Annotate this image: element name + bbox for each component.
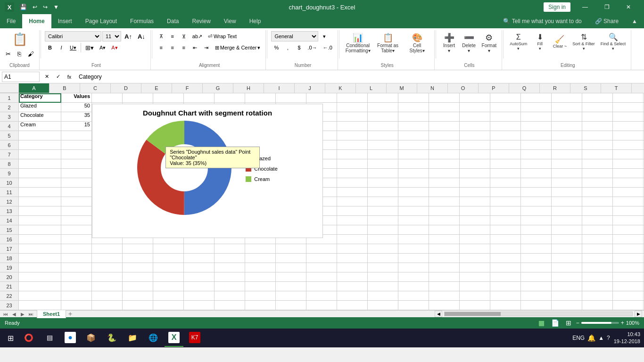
cell-T16[interactable] bbox=[613, 235, 644, 244]
cell-P3[interactable] bbox=[490, 112, 521, 122]
cell-H22[interactable] bbox=[245, 291, 276, 301]
cell-S1[interactable] bbox=[582, 93, 613, 103]
align-middle-button[interactable]: ≡ bbox=[167, 31, 178, 41]
cell-C19[interactable] bbox=[92, 263, 123, 272]
cell-Q2[interactable] bbox=[521, 103, 552, 112]
cell-L19[interactable] bbox=[368, 263, 398, 272]
cell-F23[interactable] bbox=[184, 301, 215, 310]
cell-N4[interactable] bbox=[429, 122, 460, 131]
cell-A5[interactable] bbox=[19, 131, 61, 140]
cell-A6[interactable] bbox=[19, 140, 61, 150]
cell-P8[interactable] bbox=[490, 159, 521, 169]
cell-P10[interactable] bbox=[490, 178, 521, 188]
cell-K7[interactable] bbox=[337, 150, 368, 159]
cell-J1[interactable] bbox=[306, 93, 337, 103]
taskbar-dropbox[interactable]: 📦 bbox=[82, 329, 100, 347]
collapse-ribbon-button[interactable]: ▲ bbox=[625, 14, 644, 28]
cell-G20[interactable] bbox=[215, 272, 245, 282]
insert-function-button[interactable]: fx bbox=[64, 72, 74, 82]
cell-O1[interactable] bbox=[460, 93, 490, 103]
conditional-formatting-button[interactable]: 📊 ConditionalFormatting▾ bbox=[343, 31, 373, 55]
cell-A1[interactable]: Category bbox=[19, 93, 61, 103]
cell-L15[interactable] bbox=[368, 225, 398, 235]
tray-chevron-button[interactable]: ▲ bbox=[598, 335, 604, 341]
cell-B19[interactable] bbox=[61, 263, 92, 272]
cell-M17[interactable] bbox=[398, 244, 429, 254]
cell-L20[interactable] bbox=[368, 272, 398, 282]
cell-O13[interactable] bbox=[460, 206, 490, 216]
cell-K3[interactable] bbox=[337, 112, 368, 122]
cell-G23[interactable] bbox=[215, 301, 245, 310]
cell-T23[interactable] bbox=[613, 301, 644, 310]
sign-in-button[interactable]: Sign in bbox=[544, 2, 570, 12]
notification-button[interactable]: 🔔 bbox=[587, 334, 595, 342]
comma-button[interactable]: , bbox=[282, 42, 293, 53]
cell-E17[interactable] bbox=[153, 244, 184, 254]
cell-H20[interactable] bbox=[245, 272, 276, 282]
cell-B22[interactable] bbox=[61, 291, 92, 301]
cell-Q11[interactable] bbox=[521, 188, 552, 197]
cell-R16[interactable] bbox=[552, 235, 582, 244]
close-button[interactable]: ✕ bbox=[618, 0, 639, 14]
find-select-button[interactable]: 🔍 Find & Select ▾ bbox=[598, 31, 628, 52]
cell-M5[interactable] bbox=[398, 131, 429, 140]
cell-L2[interactable] bbox=[368, 103, 398, 112]
col-header-D[interactable]: D bbox=[111, 83, 141, 93]
cell-R5[interactable] bbox=[552, 131, 582, 140]
cell-S8[interactable] bbox=[582, 159, 613, 169]
cell-L1[interactable] bbox=[368, 93, 398, 103]
cell-M4[interactable] bbox=[398, 122, 429, 131]
cell-S9[interactable] bbox=[582, 169, 613, 178]
cell-L17[interactable] bbox=[368, 244, 398, 254]
cell-G21[interactable] bbox=[215, 282, 245, 291]
cell-P18[interactable] bbox=[490, 254, 521, 263]
cell-O11[interactable] bbox=[460, 188, 490, 197]
cell-T15[interactable] bbox=[613, 225, 644, 235]
cell-I19[interactable] bbox=[276, 263, 306, 272]
maximize-button[interactable]: ❐ bbox=[596, 0, 618, 14]
horizontal-scrollbar[interactable]: ◀ ▶ bbox=[340, 311, 642, 317]
taskbar-k7[interactable]: K7 bbox=[185, 329, 204, 347]
cell-A16[interactable] bbox=[19, 235, 61, 244]
merge-center-button[interactable]: ⊞ Merge & Center ▾ bbox=[213, 44, 263, 52]
row-number-22[interactable]: 22 bbox=[0, 291, 18, 301]
cell-J23[interactable] bbox=[306, 301, 337, 310]
cell-L13[interactable] bbox=[368, 206, 398, 216]
tab-file[interactable]: File bbox=[0, 14, 22, 28]
cell-R17[interactable] bbox=[552, 244, 582, 254]
cell-T9[interactable] bbox=[613, 169, 644, 178]
cell-N12[interactable] bbox=[429, 197, 460, 206]
cell-J18[interactable] bbox=[306, 254, 337, 263]
cell-S16[interactable] bbox=[582, 235, 613, 244]
cell-T5[interactable] bbox=[613, 131, 644, 140]
increase-decimal-button[interactable]: .0→ bbox=[305, 42, 319, 53]
cell-O19[interactable] bbox=[460, 263, 490, 272]
cell-D1[interactable] bbox=[123, 93, 153, 103]
cell-B20[interactable] bbox=[61, 272, 92, 282]
italic-button[interactable]: I bbox=[56, 42, 66, 53]
cell-P20[interactable] bbox=[490, 272, 521, 282]
cell-S20[interactable] bbox=[582, 272, 613, 282]
cell-O22[interactable] bbox=[460, 291, 490, 301]
cell-Q5[interactable] bbox=[521, 131, 552, 140]
cell-B13[interactable] bbox=[61, 206, 92, 216]
align-center-button[interactable]: ≡ bbox=[167, 42, 178, 53]
decrease-indent-button[interactable]: ⇤ bbox=[190, 42, 200, 53]
cell-R1[interactable] bbox=[552, 93, 582, 103]
cell-L23[interactable] bbox=[368, 301, 398, 310]
row-number-7[interactable]: 7 bbox=[0, 150, 18, 159]
cell-K15[interactable] bbox=[337, 225, 368, 235]
cell-N1[interactable] bbox=[429, 93, 460, 103]
cell-D22[interactable] bbox=[123, 291, 153, 301]
cell-M12[interactable] bbox=[398, 197, 429, 206]
cell-O20[interactable] bbox=[460, 272, 490, 282]
cell-T4[interactable] bbox=[613, 122, 644, 131]
cell-S23[interactable] bbox=[582, 301, 613, 310]
cell-H18[interactable] bbox=[245, 254, 276, 263]
row-number-16[interactable]: 16 bbox=[0, 235, 18, 244]
cell-R6[interactable] bbox=[552, 140, 582, 150]
cell-E21[interactable] bbox=[153, 282, 184, 291]
cell-P1[interactable] bbox=[490, 93, 521, 103]
cell-N14[interactable] bbox=[429, 216, 460, 225]
row-number-1[interactable]: 1 bbox=[0, 93, 18, 103]
